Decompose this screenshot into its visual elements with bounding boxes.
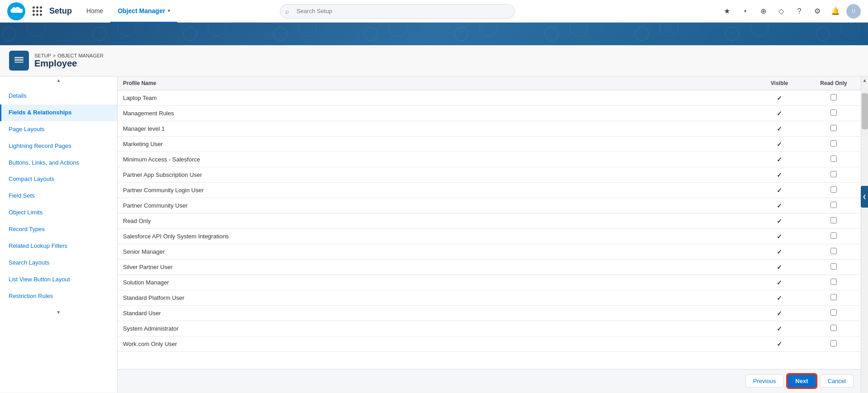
sidebar-item-related-lookup-filters[interactable]: Related Lookup Filters [0, 238, 117, 255]
breadcrumb-setup[interactable]: SETUP [34, 53, 51, 58]
cell-readonly[interactable] [807, 198, 861, 213]
breadcrumb-object-manager[interactable]: OBJECT MANAGER [57, 53, 104, 58]
page-header-text: SETUP > OBJECT MANAGER Employee [34, 53, 104, 69]
cell-readonly[interactable] [807, 183, 861, 198]
cell-readonly[interactable] [807, 260, 861, 275]
table-row: Work.com Only User✓ [118, 336, 861, 352]
breadcrumb-separator: > [53, 53, 56, 58]
sidebar-item-field-sets[interactable]: Field Sets [0, 188, 117, 204]
sidebar-scroll-up[interactable]: ▲ [0, 76, 117, 84]
footer-bar: Previous Next Cancel [118, 369, 861, 393]
cell-profile-name: Salesforce API Only System Integrations [118, 229, 752, 244]
cell-readonly[interactable] [807, 106, 861, 121]
readonly-checkbox[interactable] [830, 217, 837, 223]
previous-button[interactable]: Previous [745, 374, 784, 388]
sidebar-item-list-view-button-layout[interactable]: List View Button Layout [0, 271, 117, 288]
collapse-panel-button[interactable]: ❮ [861, 186, 868, 208]
nav-tab-home[interactable]: Home [79, 0, 110, 23]
cancel-button[interactable]: Cancel [820, 374, 854, 388]
settings-icon[interactable]: ⚙ [810, 4, 825, 19]
cell-readonly[interactable] [807, 290, 861, 306]
sidebar-item-object-limits[interactable]: Object Limits [0, 204, 117, 221]
sidebar-item-buttons-links-actions[interactable]: Buttons, Links, and Actions [0, 155, 117, 171]
readonly-checkbox[interactable] [830, 340, 837, 346]
visible-checkmark: ✓ [777, 294, 782, 302]
cell-readonly[interactable] [807, 121, 861, 137]
table-row: Salesforce API Only System Integrations✓ [118, 229, 861, 244]
sidebar-item-lightning-record-pages[interactable]: Lightning Record Pages [0, 138, 117, 155]
cell-profile-name: Senior Manager [118, 244, 752, 260]
avatar[interactable]: U [846, 4, 861, 19]
cell-readonly[interactable] [807, 137, 861, 152]
scroll-up-arrow[interactable]: ▲ [861, 76, 868, 84]
breadcrumb: SETUP > OBJECT MANAGER [34, 53, 104, 58]
profile-table: Profile Name Visible Read Only Laptop Te… [118, 76, 861, 352]
object-icon [9, 51, 29, 71]
cell-visible: ✓ [752, 167, 807, 183]
cell-readonly[interactable] [807, 275, 861, 290]
table-row: Senior Manager✓ [118, 244, 861, 260]
readonly-checkbox[interactable] [830, 279, 837, 285]
cell-readonly[interactable] [807, 336, 861, 352]
readonly-checkbox[interactable] [830, 156, 837, 162]
table-container[interactable]: Profile Name Visible Read Only Laptop Te… [118, 76, 861, 369]
nav-tab-object-manager[interactable]: Object Manager ▾ [110, 0, 177, 23]
cell-readonly[interactable] [807, 321, 861, 336]
visible-checkmark: ✓ [777, 325, 782, 332]
table-row: Standard Platform User✓ [118, 290, 861, 306]
table-row: Silver Partner User✓ [118, 260, 861, 275]
app-dots-icon [33, 6, 42, 16]
visible-checkmark: ✓ [777, 187, 782, 194]
readonly-checkbox[interactable] [830, 325, 837, 331]
sidebar-item-details[interactable]: Details [0, 88, 117, 104]
sidebar-item-record-types[interactable]: Record Types [0, 221, 117, 238]
search-input[interactable] [280, 4, 515, 19]
readonly-checkbox[interactable] [830, 248, 837, 254]
sidebar-item-fields-relationships[interactable]: Fields & Relationships [0, 104, 117, 121]
col-visible: Visible [752, 76, 807, 90]
visible-checkmark: ✓ [777, 202, 782, 209]
cell-readonly[interactable] [807, 213, 861, 229]
table-row: Partner Community User✓ [118, 198, 861, 213]
sidebar-item-page-layouts[interactable]: Page Layouts [0, 121, 117, 138]
cell-readonly[interactable] [807, 229, 861, 244]
next-button[interactable]: Next [787, 374, 816, 388]
readonly-checkbox[interactable] [830, 186, 837, 193]
readonly-checkbox[interactable] [830, 263, 837, 270]
visible-checkmark: ✓ [777, 171, 782, 179]
readonly-checkbox[interactable] [830, 294, 837, 300]
cell-readonly[interactable] [807, 167, 861, 183]
sidebar-items: DetailsFields & RelationshipsPage Layout… [0, 84, 117, 308]
sidebar-scroll-down[interactable]: ▼ [0, 308, 117, 316]
map-icon[interactable]: ◇ [774, 4, 788, 19]
readonly-checkbox[interactable] [830, 309, 837, 316]
readonly-checkbox[interactable] [830, 202, 837, 208]
readonly-checkbox[interactable] [830, 232, 837, 239]
readonly-checkbox[interactable] [830, 171, 837, 177]
notifications-icon[interactable]: 🔔 [828, 4, 843, 19]
nav-tabs: Home Object Manager ▾ [79, 0, 177, 23]
favorites-icon[interactable]: ★ [720, 4, 734, 19]
cell-readonly[interactable] [807, 306, 861, 321]
cell-readonly[interactable] [807, 90, 861, 106]
table-row: Read Only✓ [118, 213, 861, 229]
favorites-dropdown-icon[interactable]: ▾ [738, 4, 752, 19]
svg-rect-0 [14, 57, 24, 58]
scrollbar-thumb[interactable] [862, 93, 868, 129]
cell-visible: ✓ [752, 306, 807, 321]
help-icon[interactable]: ? [792, 4, 807, 19]
readonly-checkbox[interactable] [830, 94, 837, 100]
cell-readonly[interactable] [807, 152, 861, 167]
sidebar-item-restriction-rules[interactable]: Restriction Rules [0, 288, 117, 305]
readonly-checkbox[interactable] [830, 109, 837, 116]
sidebar-item-search-layouts[interactable]: Search Layouts [0, 255, 117, 271]
visible-checkmark: ✓ [777, 264, 782, 271]
readonly-checkbox[interactable] [830, 125, 837, 131]
right-scrollbar[interactable]: ▲ [861, 76, 868, 393]
sidebar-item-compact-layouts[interactable]: Compact Layouts [0, 171, 117, 188]
readonly-checkbox[interactable] [830, 140, 837, 147]
cell-readonly[interactable] [807, 244, 861, 260]
visible-checkmark: ✓ [777, 233, 782, 240]
add-icon[interactable]: ⊕ [756, 4, 770, 19]
cell-visible: ✓ [752, 183, 807, 198]
